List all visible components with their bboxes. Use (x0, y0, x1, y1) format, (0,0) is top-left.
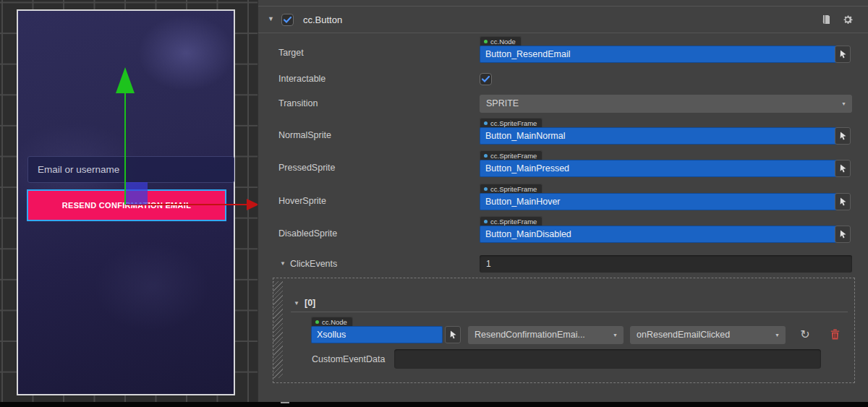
normal-sprite-label: NormalSprite (278, 130, 331, 140)
cursor-pick-icon (839, 164, 847, 173)
disabled-sprite-label: DisabledSprite (278, 228, 337, 239)
chevron-down-icon: ▼ (841, 95, 846, 113)
event0-node-field[interactable]: Xsollus (311, 326, 443, 343)
cursor-pick-icon (839, 132, 847, 140)
target-node-picker-button[interactable] (835, 46, 851, 63)
component-enabled-checkbox[interactable] (281, 14, 294, 26)
event0-handler-dropdown[interactable]: onResendEmailClicked ▼ (630, 326, 786, 344)
window-bottom-edge (0, 402, 868, 407)
disabled-sprite-field[interactable]: Button_MainDisabled (480, 226, 843, 243)
target-label: Target (278, 48, 304, 58)
hover-sprite-type-tag: cc.SpriteFrame (480, 184, 542, 194)
array-indent-stripes (273, 281, 283, 378)
event0-node-type-tag: cc.Node (311, 317, 353, 327)
pressed-sprite-picker-button[interactable] (835, 160, 851, 177)
spriteframe-type-dot-icon (484, 121, 488, 125)
click-events-label: ClickEvents (290, 259, 337, 269)
target-node-field[interactable]: Button_ResendEmail (480, 46, 843, 63)
event0-node-picker-button[interactable] (445, 326, 461, 343)
hover-sprite-picker-button[interactable] (835, 193, 851, 210)
click-events-collapse-icon[interactable]: ▼ (280, 260, 286, 267)
divider (258, 6, 868, 7)
spriteframe-type-dot-icon (484, 154, 488, 158)
cursor-pick-icon (839, 197, 847, 206)
check-icon (284, 17, 292, 23)
event0-delete-button[interactable] (828, 327, 841, 340)
pressed-sprite-label: PressedSprite (278, 163, 336, 173)
hover-sprite-field[interactable]: Button_MainHover (480, 193, 843, 210)
event0-collapse-icon[interactable]: ▼ (294, 300, 299, 307)
cursor-pick-icon (839, 230, 847, 239)
scene-view[interactable]: Email or username RESEND CONFIRMATION EM… (0, 0, 258, 402)
gizmo-y-axis-arrow-icon[interactable] (116, 67, 135, 93)
click-events-count-input[interactable]: 1 (480, 255, 852, 273)
trash-icon (830, 329, 840, 340)
normal-sprite-picker-button[interactable] (835, 127, 851, 145)
normal-sprite-field[interactable]: Button_MainNormal (480, 127, 843, 145)
email-username-input[interactable]: Email or username (27, 156, 234, 183)
gear-icon[interactable] (841, 13, 854, 26)
transition-label: Transition (278, 98, 318, 108)
event0-refresh-button[interactable]: ↻ (798, 327, 812, 342)
chevron-down-icon: ▼ (775, 326, 780, 344)
email-input-placeholder: Email or username (38, 164, 119, 175)
interactable-checkbox[interactable] (480, 73, 492, 85)
pressed-sprite-field[interactable]: Button_MainPressed (480, 160, 843, 177)
node-type-dot-icon (484, 40, 488, 43)
gizmo-origin-handle[interactable] (126, 182, 148, 205)
event0-component-dropdown[interactable]: ResendConfirmationEmai... ▼ (468, 326, 624, 344)
divider (258, 33, 868, 33)
transition-dropdown[interactable]: SPRITE ▼ (480, 95, 852, 113)
spriteframe-type-dot-icon (484, 187, 488, 191)
disabled-sprite-type-tag: cc.SpriteFrame (480, 216, 542, 226)
event0-index-label: [0] (305, 298, 315, 308)
divider (291, 312, 848, 312)
spriteframe-type-dot-icon (484, 220, 488, 223)
component-title: cc.Button (303, 14, 342, 25)
chevron-down-icon: ▼ (613, 326, 618, 344)
refresh-icon: ↻ (800, 329, 809, 340)
disabled-sprite-picker-button[interactable] (835, 226, 851, 243)
pressed-sprite-type-tag: cc.SpriteFrame (480, 150, 542, 160)
node-type-dot-icon (315, 320, 319, 324)
check-icon (482, 76, 490, 82)
interactable-label: Interactable (278, 74, 326, 84)
cocos-editor-window: Email or username RESEND CONFIRMATION EM… (0, 0, 868, 407)
target-type-tag: cc.Node (480, 36, 522, 46)
component-collapse-icon[interactable]: ▼ (268, 16, 274, 22)
help-docs-icon[interactable] (820, 14, 832, 25)
hover-sprite-label: HoverSprite (278, 196, 326, 206)
cursor-pick-icon (839, 50, 847, 59)
cursor-pick-icon (449, 330, 457, 339)
normal-sprite-type-tag: cc.SpriteFrame (480, 118, 542, 128)
custom-event-data-label: CustomEventData (312, 354, 385, 364)
panel-divider (258, 0, 258, 402)
scroll-edge-mark (281, 402, 289, 403)
custom-event-data-input[interactable] (394, 349, 821, 369)
